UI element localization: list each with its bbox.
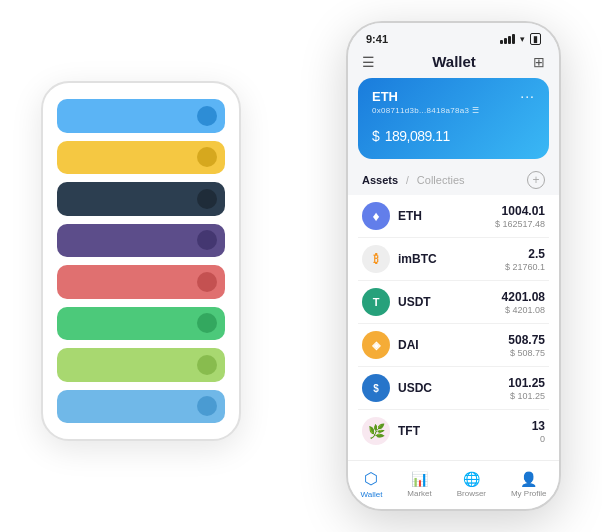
coin-name-tft: TFT (398, 424, 420, 438)
bottom-nav: ⬡ Wallet 📊 Market 🌐 Browser 👤 My Profile (348, 460, 559, 509)
scan-icon[interactable]: ⊞ (533, 54, 545, 70)
browser-nav-label: Browser (457, 489, 486, 498)
eth-card[interactable]: ETH ··· 0x08711d3b...8418a78a3 ☰ $ 189,0… (358, 78, 549, 159)
eth-card-amount: $ 189,089.11 (372, 121, 535, 147)
coin-name-dai: DAI (398, 338, 419, 352)
browser-nav-icon: 🌐 (463, 471, 480, 487)
wallet-nav-icon: ⬡ (364, 469, 378, 488)
battery-icon: ▮ (530, 33, 541, 45)
market-nav-icon: 📊 (411, 471, 428, 487)
assets-header: Assets / Collecties + (348, 167, 559, 195)
card-strip-purple (57, 224, 225, 258)
scene: 9:41 ▾ ▮ ☰ Wallet ⊞ ETH ··· (21, 21, 581, 511)
coin-amount-tft: 13 (532, 419, 545, 433)
coin-amount-usdt: 4201.08 (502, 290, 545, 304)
tft-icon: 🌿 (362, 417, 390, 445)
card-strip-lightblue (57, 390, 225, 424)
coin-name-imbtc: imBTC (398, 252, 437, 266)
imbtc-icon: ₿ (362, 245, 390, 273)
card-strip-yellow (57, 141, 225, 175)
eth-card-top: ETH ··· (372, 88, 535, 104)
coin-amount-eth: 1004.01 (495, 204, 545, 218)
eth-card-label: ETH (372, 89, 398, 104)
wifi-icon: ▾ (520, 34, 525, 44)
phone-back (41, 81, 241, 441)
profile-nav-label: My Profile (511, 489, 547, 498)
nav-market[interactable]: 📊 Market (407, 471, 431, 498)
card-strip-dark (57, 182, 225, 216)
profile-nav-icon: 👤 (520, 471, 537, 487)
eth-icon: ♦ (362, 202, 390, 230)
coin-value-imbtc: $ 21760.1 (505, 262, 545, 272)
coin-item-imbtc[interactable]: ₿ imBTC 2.5 $ 21760.1 (358, 238, 549, 281)
tab-collecties[interactable]: Collecties (417, 174, 465, 186)
coin-amount-usdc: 101.25 (508, 376, 545, 390)
eth-currency: $ (372, 128, 379, 144)
menu-icon[interactable]: ☰ (362, 54, 375, 70)
status-bar: 9:41 ▾ ▮ (348, 23, 559, 49)
page-title: Wallet (432, 53, 476, 70)
eth-amount-value: 189,089.11 (381, 128, 449, 144)
nav-wallet[interactable]: ⬡ Wallet (360, 469, 382, 499)
coin-item-usdt[interactable]: T USDT 4201.08 $ 4201.08 (358, 281, 549, 324)
assets-separator: / (406, 175, 409, 186)
eth-card-menu[interactable]: ··· (520, 88, 535, 104)
coin-value-usdt: $ 4201.08 (502, 305, 545, 315)
card-strip-lime (57, 348, 225, 382)
card-strip-red (57, 265, 225, 299)
nav-browser[interactable]: 🌐 Browser (457, 471, 486, 498)
coin-list: ♦ ETH 1004.01 $ 162517.48 ₿ imBTC 2.5 $ … (348, 195, 559, 460)
coin-value-tft: 0 (532, 434, 545, 444)
dai-icon: ◈ (362, 331, 390, 359)
coin-value-dai: $ 508.75 (508, 348, 545, 358)
add-asset-button[interactable]: + (527, 171, 545, 189)
tab-assets[interactable]: Assets (362, 174, 398, 186)
coin-item-dai[interactable]: ◈ DAI 508.75 $ 508.75 (358, 324, 549, 367)
nav-profile[interactable]: 👤 My Profile (511, 471, 547, 498)
usdt-icon: T (362, 288, 390, 316)
card-strip-blue (57, 99, 225, 133)
coin-name-eth: ETH (398, 209, 422, 223)
usdc-icon: $ (362, 374, 390, 402)
phone-front: 9:41 ▾ ▮ ☰ Wallet ⊞ ETH ··· (346, 21, 561, 511)
coin-item-tft[interactable]: 🌿 TFT 13 0 (358, 410, 549, 452)
assets-tabs: Assets / Collecties (362, 174, 465, 186)
card-strip-green (57, 307, 225, 341)
status-icons: ▾ ▮ (500, 33, 541, 45)
coin-amount-dai: 508.75 (508, 333, 545, 347)
eth-card-address: 0x08711d3b...8418a78a3 ☰ (372, 106, 535, 115)
coin-amount-imbtc: 2.5 (505, 247, 545, 261)
coin-name-usdc: USDC (398, 381, 432, 395)
phone-header: ☰ Wallet ⊞ (348, 49, 559, 78)
coin-value-usdc: $ 101.25 (508, 391, 545, 401)
coin-name-usdt: USDT (398, 295, 431, 309)
market-nav-label: Market (407, 489, 431, 498)
status-time: 9:41 (366, 33, 388, 45)
wallet-nav-label: Wallet (360, 490, 382, 499)
coin-value-eth: $ 162517.48 (495, 219, 545, 229)
coin-item-usdc[interactable]: $ USDC 101.25 $ 101.25 (358, 367, 549, 410)
coin-item-eth[interactable]: ♦ ETH 1004.01 $ 162517.48 (358, 195, 549, 238)
